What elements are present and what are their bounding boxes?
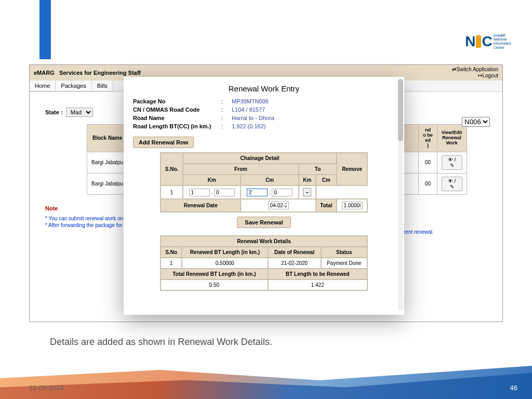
cell-sno: 1 bbox=[161, 185, 183, 199]
cell-block: Bargi Jabalpu bbox=[87, 152, 128, 173]
rwd-status: Payment Done bbox=[321, 258, 367, 269]
col-block-name: Block Name bbox=[87, 125, 128, 152]
lbl-renewal-date: Renewal Date bbox=[161, 199, 241, 212]
rwd-title: Renewal Work Details bbox=[161, 236, 367, 247]
modal-scrollbar[interactable] bbox=[398, 79, 403, 311]
val-package-no: MP39MTN006 bbox=[232, 98, 395, 104]
lbl-road-code: CN / OMMAS Road Code bbox=[133, 107, 221, 113]
add-renewal-row-button[interactable]: Add Renewal Row bbox=[133, 137, 194, 148]
state-label: State : bbox=[45, 109, 63, 115]
slide-accent-bar bbox=[39, 0, 51, 59]
rwd-len: 0.50000 bbox=[182, 258, 268, 269]
remove-row-button[interactable]: − bbox=[303, 188, 311, 196]
from-cm-input[interactable] bbox=[214, 189, 235, 196]
from-km-input[interactable] bbox=[189, 189, 210, 196]
rwd-tobe-val: 1.422 bbox=[268, 280, 367, 290]
hd-sno: S.No. bbox=[161, 153, 183, 185]
rwd-total-val: 0.50 bbox=[161, 280, 268, 290]
view-edit-button[interactable]: 👁 / ✎ bbox=[442, 155, 462, 170]
switch-application-link[interactable]: ⇄Switch Application bbox=[452, 66, 498, 73]
renewal-work-details-table: Renewal Work Details S.No Renewed BT Len… bbox=[160, 235, 368, 291]
rwd-hd-date: Date of Renewal bbox=[268, 247, 321, 258]
val-road-length: 1.922 (0.162) bbox=[232, 123, 395, 129]
lbl-road-length: Road Length BT(CC) (in km.) bbox=[133, 123, 221, 129]
rwd-hd-sno: S.No bbox=[161, 247, 182, 258]
rwd-hd-len: Renewed BT Length (in km.) bbox=[182, 247, 268, 258]
footer-date: 22-09-2024 bbox=[29, 384, 64, 392]
renewal-date-input[interactable] bbox=[268, 202, 289, 209]
hd-to: To bbox=[299, 164, 337, 175]
chainage-table: S.No.Chainage DetailRemove FromTo KmCmKm… bbox=[160, 152, 368, 212]
rwd-total-label: Total Renewed BT Length (in km.) bbox=[161, 269, 268, 280]
cell-block: Bargi Jabalpu bbox=[87, 173, 128, 194]
hd-to-km: Km bbox=[299, 175, 316, 185]
hd-chainage: Chainage Detail bbox=[183, 153, 337, 164]
app-name: eMARG bbox=[34, 70, 55, 76]
hd-from: From bbox=[183, 164, 299, 175]
cell-nd: 00 bbox=[419, 152, 437, 173]
col-view-edit: View/Edit Renewal Work bbox=[437, 125, 467, 152]
rwd-hd-status: Status bbox=[321, 247, 367, 258]
to-km-input[interactable] bbox=[247, 189, 268, 196]
renewal-work-entry-modal: Renewal Work Entry Package No:MP39MTN006… bbox=[124, 77, 404, 315]
col-nd: nd o be ed ) bbox=[419, 125, 437, 152]
cell-nd: 00 bbox=[419, 173, 437, 194]
view-edit-button[interactable]: 👁 / ✎ bbox=[442, 177, 462, 191]
menu-bills[interactable]: Bills bbox=[92, 81, 113, 91]
modal-title: Renewal Work Entry bbox=[133, 84, 395, 93]
state-select[interactable]: Mad bbox=[66, 108, 93, 117]
to-cm-input[interactable] bbox=[272, 189, 292, 196]
package-select[interactable]: N006 bbox=[462, 117, 490, 127]
hd-remove: Remove bbox=[337, 153, 367, 185]
logo-line3: Informatics bbox=[494, 42, 511, 46]
logo-line1: एनआईसी bbox=[494, 34, 511, 38]
menu-home[interactable]: Home bbox=[30, 81, 56, 91]
lbl-road-name: Road Name bbox=[133, 115, 221, 121]
logout-link[interactable]: ↦Logout bbox=[452, 73, 498, 79]
slide-caption: Details are added as shown in Renewal Wo… bbox=[50, 337, 272, 348]
total-input[interactable] bbox=[342, 202, 363, 209]
logo-line4: Centre bbox=[494, 46, 511, 50]
app-subtitle: Services for Engineering Staff bbox=[59, 70, 141, 76]
menu-packages[interactable]: Packages bbox=[56, 81, 91, 91]
footer-page-number: 46 bbox=[510, 384, 517, 392]
hd-from-cm: Cm bbox=[241, 175, 298, 185]
rwd-tobe-label: BT Length to be Renewed bbox=[268, 269, 367, 280]
rwd-date: 21-02-2020 bbox=[268, 258, 321, 269]
rwd-sno: 1 bbox=[161, 258, 182, 269]
logo-letter-c: C bbox=[482, 33, 491, 50]
lbl-total: Total bbox=[316, 199, 337, 212]
val-road-name: Harrai to - Dhora bbox=[232, 115, 395, 121]
lbl-package-no: Package No bbox=[133, 98, 221, 104]
hd-from-km: Km bbox=[183, 175, 241, 185]
logo-letter-i bbox=[476, 35, 481, 48]
val-road-code: L104 / 81577 bbox=[232, 107, 395, 113]
logo-letter-n: N bbox=[465, 33, 474, 50]
logo-line2: National bbox=[494, 37, 511, 42]
save-renewal-button[interactable]: Save Renewal bbox=[237, 217, 290, 228]
nic-logo: N C एनआईसी National Informatics Centre bbox=[465, 33, 511, 50]
hd-to-cm: Cm bbox=[316, 175, 337, 185]
